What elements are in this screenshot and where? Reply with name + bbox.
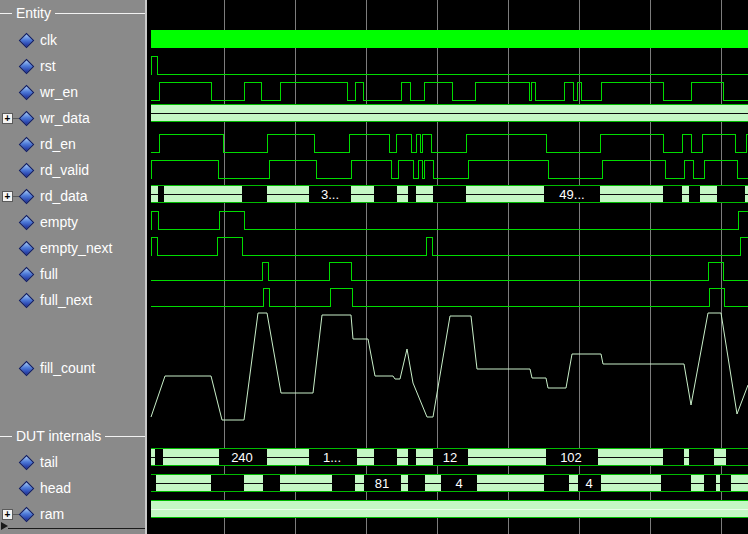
signal-tree-sidebar: EntityDUT internalsclkrstwr_en+wr_datard…	[0, 0, 145, 534]
group-line	[0, 13, 12, 14]
diamond-shape	[19, 163, 35, 179]
bus-value-label: 1...	[323, 450, 341, 465]
bus-segment	[158, 186, 164, 202]
sidebar-item-rd-data[interactable]: +rd_data	[0, 187, 145, 205]
expand-plus-icon[interactable]: +	[2, 509, 13, 520]
wave-tail[interactable]: 2401...12102	[151, 448, 748, 466]
bus-segment	[661, 475, 691, 491]
bus-segment	[332, 475, 355, 491]
group-line	[55, 13, 145, 14]
bus-value-label: 12	[443, 450, 457, 465]
diamond-shape	[19, 455, 35, 471]
sidebar-item-rd-valid[interactable]: rd_valid	[0, 161, 145, 179]
sidebar-item-label: wr_data	[40, 110, 90, 126]
sidebar-item-wr-en[interactable]: wr_en	[0, 83, 145, 101]
sidebar-item-fill-count[interactable]: fill_count	[0, 359, 145, 377]
wave-wr-en[interactable]	[151, 83, 748, 101]
bus-value-label: 240	[231, 450, 253, 465]
wave-panel: EntityDUT internalsclkrstwr_en+wr_datard…	[0, 0, 748, 534]
expand-plus-icon[interactable]: +	[2, 113, 13, 124]
sidebar-item-label: head	[40, 480, 71, 496]
wave-rst[interactable]	[151, 57, 748, 75]
sidebar-item-label: rd_en	[40, 136, 76, 152]
bus-value-label: 49...	[559, 187, 584, 202]
bus-segment	[408, 475, 425, 491]
signal-diamond-icon	[20, 482, 32, 494]
wave-rd-valid[interactable]	[151, 161, 748, 179]
bus-segment	[408, 449, 416, 465]
sidebar-item-label: empty	[40, 214, 78, 230]
wave-rd-data[interactable]: 3...49...	[151, 185, 748, 203]
sidebar-item-label: empty_next	[40, 240, 112, 256]
bus-segment	[663, 186, 682, 202]
signal-diamond-icon	[20, 362, 32, 374]
bus-segment	[689, 449, 714, 465]
group-label: Entity	[12, 5, 55, 21]
bus-segment	[374, 186, 397, 202]
waveform-canvas[interactable]: 3...49...2401...121028144	[147, 0, 748, 534]
sidebar-item-label: rd_valid	[40, 162, 89, 178]
sidebar-item-clk[interactable]: clk	[0, 31, 145, 49]
sidebar-item-label: clk	[40, 32, 57, 48]
cursor-marker-icon[interactable]	[1, 522, 8, 530]
sidebar-item-rst[interactable]: rst	[0, 57, 145, 75]
bus-segment	[704, 475, 716, 491]
wave-empty-next[interactable]	[151, 238, 748, 256]
group-line	[0, 436, 12, 437]
signal-diamond-icon	[20, 86, 32, 98]
sidebar-item-head[interactable]: head	[0, 479, 145, 497]
diamond-shape	[19, 481, 35, 497]
group-header-entity: Entity	[0, 5, 145, 21]
bus-segment	[150, 475, 156, 491]
sidebar-item-label: rst	[40, 58, 56, 74]
wave-head[interactable]: 8144	[150, 474, 748, 492]
diamond-shape	[19, 361, 35, 377]
wave-wr-data[interactable]	[151, 104, 748, 122]
cursor-baseline	[8, 528, 145, 529]
bus-segment	[720, 475, 731, 491]
sidebar-item-wr-data[interactable]: +wr_data	[0, 109, 145, 127]
signal-diamond-icon	[20, 294, 32, 306]
wave-empty[interactable]	[151, 212, 748, 230]
sidebar-item-tail[interactable]: tail	[0, 453, 145, 471]
wave-fill-count[interactable]	[151, 313, 748, 420]
wave-full[interactable]	[151, 263, 748, 281]
group-header-dut-internals: DUT internals	[0, 428, 145, 444]
signal-diamond-icon	[20, 112, 32, 124]
bus-segment	[263, 475, 280, 491]
diamond-shape	[19, 85, 35, 101]
diamond-shape	[19, 267, 35, 283]
sidebar-item-label: full	[40, 266, 58, 282]
diamond-shape	[19, 33, 35, 49]
sidebar-item-ram[interactable]: +ram	[0, 505, 145, 523]
diamond-shape	[19, 215, 35, 231]
bus-segment	[717, 186, 745, 202]
wave-clk[interactable]	[151, 30, 748, 48]
sidebar-item-empty-next[interactable]: empty_next	[0, 239, 145, 257]
diamond-shape	[19, 241, 35, 257]
sidebar-item-label: rd_data	[40, 188, 87, 204]
bus-value-label: 81	[375, 476, 389, 491]
sidebar-item-full-next[interactable]: full_next	[0, 291, 145, 309]
wave-full-next[interactable]	[151, 289, 748, 307]
bus-segment	[408, 186, 416, 202]
wave-rd-en[interactable]	[151, 135, 748, 153]
signal-diamond-icon	[20, 164, 32, 176]
signal-diamond-icon	[20, 138, 32, 150]
expand-plus-icon[interactable]: +	[2, 191, 13, 202]
signal-diamond-icon	[20, 34, 32, 46]
signal-diamond-icon	[20, 508, 32, 520]
wave-ram[interactable]	[151, 500, 748, 518]
bus-value-label: 102	[560, 450, 582, 465]
bus-segment	[433, 186, 466, 202]
bus-value-label: 4	[585, 476, 592, 491]
diamond-shape	[19, 137, 35, 153]
signal-diamond-icon	[20, 456, 32, 468]
signal-diamond-icon	[20, 60, 32, 72]
sidebar-item-rd-en[interactable]: rd_en	[0, 135, 145, 153]
signal-diamond-icon	[20, 268, 32, 280]
sidebar-item-full[interactable]: full	[0, 265, 145, 283]
sidebar-item-label: fill_count	[40, 360, 95, 376]
sidebar-item-empty[interactable]: empty	[0, 213, 145, 231]
bus-segment	[544, 475, 569, 491]
